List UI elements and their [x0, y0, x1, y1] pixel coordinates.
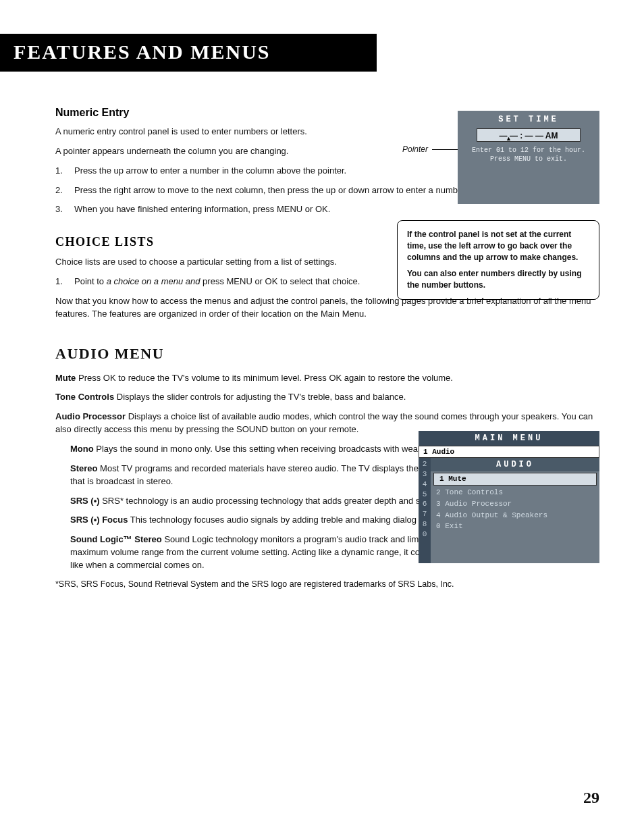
- main-menu-title: MAIN MENU: [419, 431, 599, 446]
- osd-hint-2: Press MENU to exit.: [458, 155, 599, 163]
- step-num: 1.: [55, 165, 66, 178]
- pointer-label: Pointer: [393, 145, 428, 154]
- audio-menu-heading: Audio Menu: [55, 345, 599, 363]
- main-menu-selected: 1 Audio: [419, 446, 599, 458]
- page-title: Features and Menus: [14, 41, 363, 63]
- step-num: 3.: [55, 203, 66, 216]
- submenu-title: AUDIO: [431, 458, 599, 471]
- set-time-osd-wrap: Pointer SET TIME — — : — — AM ▲ Enter 01…: [393, 111, 599, 204]
- caret-up-icon: ▲: [506, 135, 512, 142]
- osd-hint-1: Enter 01 to 12 for the hour.: [458, 146, 599, 155]
- step-num: 1.: [55, 276, 66, 288]
- note-box: If the control panel is not set at the c…: [397, 220, 599, 300]
- time-field: — — : — — AM ▲: [477, 128, 581, 142]
- srs-footnote: *SRS, SRS Focus, Sound Retrieval System …: [55, 579, 599, 591]
- submenu-item-processor: 3 Audio Processor: [431, 498, 599, 510]
- submenu-item-tone: 2 Tone Controls: [431, 487, 599, 498]
- note-p1: If the control panel is not set at the c…: [407, 229, 589, 263]
- main-menu-osd: MAIN MENU 1 Audio 2 3 4 5 6 7 8 0 AUDIO …: [419, 431, 599, 563]
- tone-desc: Tone Controls Displays the slider contro…: [55, 391, 599, 404]
- submenu-item-mute: 1 Mute: [433, 473, 597, 486]
- pointer-line: [432, 149, 458, 150]
- mute-desc: Mute Press OK to reduce the TV's volume …: [55, 372, 599, 385]
- side-column: Pointer SET TIME — — : — — AM ▲ Enter 01…: [393, 111, 599, 300]
- page-header-bar: Features and Menus: [0, 34, 377, 72]
- audio-submenu: AUDIO 1 Mute 2 Tone Controls 3 Audio Pro…: [431, 458, 599, 563]
- step-num: 2.: [55, 184, 66, 197]
- submenu-item-output: 4 Audio Output & Speakers: [431, 510, 599, 521]
- page-number: 29: [583, 789, 599, 807]
- osd-title: SET TIME: [458, 111, 599, 127]
- submenu-item-exit: 0 Exit: [431, 521, 599, 532]
- set-time-osd: SET TIME — — : — — AM ▲ Enter 01 to 12 f…: [458, 111, 599, 204]
- main-menu-nums: 2 3 4 5 6 7 8 0: [419, 458, 431, 563]
- note-p2: You can also enter numbers directly by u…: [407, 268, 589, 291]
